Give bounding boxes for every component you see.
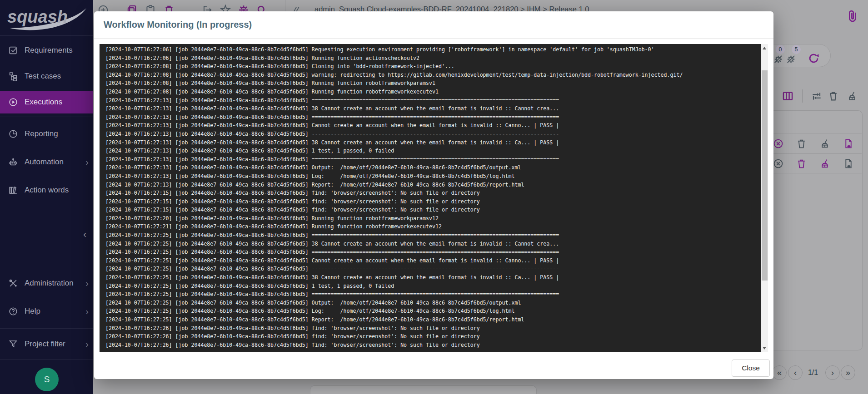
scheduled-count-badge: 5 bbox=[792, 45, 801, 54]
chevron-right-icon: › bbox=[85, 307, 89, 316]
close-button[interactable]: Close bbox=[732, 360, 770, 377]
dialog-header-divider bbox=[94, 38, 773, 39]
chevron-right-icon: › bbox=[85, 158, 89, 167]
columns-icon[interactable] bbox=[782, 90, 794, 102]
play-circle-icon bbox=[8, 97, 18, 107]
panel-divider bbox=[802, 89, 803, 103]
sidebar-item-test-cases[interactable]: Test cases bbox=[0, 65, 93, 88]
sidebar-item-executions[interactable]: Executions bbox=[0, 91, 93, 113]
trash-icon[interactable] bbox=[796, 158, 807, 169]
sidebar-item-requirements[interactable]: Requirements bbox=[0, 39, 93, 62]
sidebar-item-automation[interactable]: Automation › bbox=[0, 151, 93, 173]
stop-execution-icon[interactable] bbox=[773, 158, 784, 169]
pagination-prev-button[interactable]: ‹ bbox=[788, 365, 803, 380]
stop-execution-icon[interactable] bbox=[773, 138, 784, 149]
pagination-first-button[interactable]: « bbox=[772, 365, 787, 380]
view-report-icon[interactable] bbox=[843, 138, 854, 149]
chevron-right-icon: › bbox=[85, 279, 89, 288]
gear-slash-icon[interactable] bbox=[786, 54, 796, 64]
tools-icon bbox=[8, 278, 18, 288]
refresh-icon[interactable] bbox=[808, 52, 820, 64]
user-avatar[interactable]: S bbox=[35, 368, 59, 391]
pie-chart-icon bbox=[8, 129, 18, 139]
sidebar-divider bbox=[0, 35, 93, 36]
broom-icon[interactable] bbox=[819, 138, 831, 149]
sidebar: squash Requirements Test cases Execution… bbox=[0, 0, 93, 394]
console-log-container[interactable]: [2024-10-07T16:27:06] [job 2044e8e7-6b10… bbox=[100, 44, 761, 352]
svg-text:squash: squash bbox=[7, 7, 68, 26]
robot-icon bbox=[8, 157, 18, 167]
pagination-page-label: 1/1 bbox=[804, 369, 822, 377]
squash-logo: squash bbox=[4, 2, 90, 34]
console-log: [2024-10-07T16:27:06] [job 2044e8e7-6b10… bbox=[100, 44, 761, 349]
scroll-up-arrow-icon[interactable] bbox=[763, 47, 766, 49]
funnel-icon bbox=[8, 339, 18, 349]
trash-icon[interactable] bbox=[796, 138, 807, 149]
trash-icon[interactable] bbox=[828, 90, 839, 102]
sidebar-item-administration[interactable]: Administration › bbox=[0, 272, 93, 295]
question-circle-icon bbox=[8, 306, 18, 316]
reorganize-icon[interactable] bbox=[811, 90, 823, 102]
chevron-right-icon: › bbox=[85, 340, 89, 349]
sidebar-item-help[interactable]: Help › bbox=[0, 300, 93, 323]
broom-icon[interactable] bbox=[847, 90, 858, 102]
tree-icon bbox=[8, 71, 18, 81]
gear-slash-icon[interactable] bbox=[773, 54, 783, 64]
view-report-icon[interactable] bbox=[843, 158, 854, 169]
sidebar-collapse-toggle[interactable]: ‹ bbox=[83, 229, 86, 241]
pagination-last-button[interactable]: » bbox=[841, 365, 855, 380]
sidebar-item-reporting[interactable]: Reporting bbox=[0, 123, 93, 145]
dialog-title: Workflow Monitoring (In progress) bbox=[104, 20, 252, 30]
pagination-next-button[interactable]: › bbox=[825, 365, 840, 380]
sidebar-divider bbox=[0, 359, 93, 360]
console-scrollbar[interactable] bbox=[761, 44, 768, 352]
broom-icon[interactable] bbox=[819, 158, 831, 169]
attachment-paperclip-icon[interactable] bbox=[845, 5, 860, 26]
background-panel-edge bbox=[310, 385, 537, 394]
scroll-down-arrow-icon[interactable] bbox=[763, 347, 766, 350]
sidebar-item-action-words[interactable]: Action words bbox=[0, 179, 93, 202]
books-icon bbox=[8, 185, 18, 195]
sidebar-divider bbox=[0, 328, 93, 329]
sidebar-divider bbox=[0, 117, 93, 117]
sidebar-item-project-filter[interactable]: Project filter › bbox=[0, 333, 93, 355]
workflow-monitoring-dialog: Workflow Monitoring (In progress) [2024-… bbox=[94, 11, 773, 379]
checkbox-icon bbox=[8, 45, 18, 55]
scrollbar-thumb[interactable] bbox=[762, 70, 768, 281]
running-count-badge: 0 bbox=[776, 45, 785, 54]
